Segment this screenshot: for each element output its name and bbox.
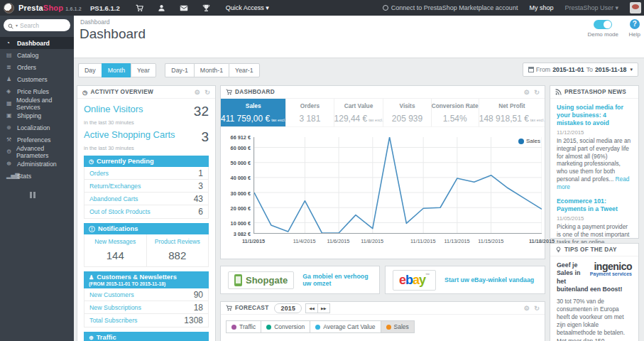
total-subscribers-link[interactable]: Total Subscribers bbox=[89, 317, 137, 324]
table-row: Abandoned Carts43 bbox=[84, 193, 208, 205]
previous-year-button[interactable]: ◀◀ bbox=[305, 303, 318, 313]
sidebar-item-dashboard[interactable]: ◔Dashboard bbox=[0, 37, 74, 49]
sidebar-item-customers[interactable]: ♟Customers bbox=[0, 73, 74, 85]
out-of-stock-link[interactable]: Out of Stock Products bbox=[89, 208, 151, 215]
sidebar-item-preferences[interactable]: ⚒Preferences bbox=[0, 134, 74, 146]
product-reviews-link[interactable]: Product Reviews bbox=[148, 238, 207, 245]
messages-icon[interactable] bbox=[180, 4, 188, 12]
pending-returns-link[interactable]: Return/Exchanges bbox=[89, 183, 141, 190]
kpi-visits[interactable]: Visits205 939 bbox=[383, 99, 431, 126]
breadcrumb[interactable]: Dashboard bbox=[80, 18, 110, 26]
user-avatar[interactable] bbox=[630, 2, 641, 13]
x-axis-tick: 11/1/2015 bbox=[242, 238, 265, 244]
y-axis-tick: 50 000 € bbox=[221, 160, 251, 166]
customer-icon[interactable] bbox=[158, 4, 165, 12]
sidebar-item-administration[interactable]: ☸Administration bbox=[0, 158, 74, 170]
sidebar-collapse-button[interactable] bbox=[30, 192, 74, 198]
sidebar-item-price-rules[interactable]: ◈Price Rules bbox=[0, 85, 74, 97]
forecast-avg-cart-value-button[interactable]: Average Cart Value bbox=[310, 320, 381, 333]
prestashop-admin: PrestaShop1.6.1.2 PS1.6.1.2 Quick Access… bbox=[0, 0, 644, 341]
panel-settings-icon[interactable]: ⚙ bbox=[195, 89, 200, 96]
demo-mode-toggle[interactable] bbox=[594, 20, 612, 29]
panel-title: DASHBOARD bbox=[235, 89, 275, 95]
shipping-icon: ▣ bbox=[6, 112, 17, 119]
kpi-cart-value[interactable]: Cart Value129,44 €tax excl. bbox=[334, 99, 384, 126]
sidebar-item-shipping[interactable]: ▣Shipping bbox=[0, 109, 74, 121]
new-messages-link[interactable]: New Messages bbox=[86, 238, 145, 245]
x-axis-tick: 11/8/2015 bbox=[361, 238, 383, 244]
clock-icon: ◷ bbox=[89, 158, 94, 165]
new-customers-link[interactable]: New Customers bbox=[89, 291, 134, 298]
sidebar-item-stats[interactable]: ▂▅▇Stats bbox=[0, 170, 74, 182]
online-visitors-sub: in the last 30 minutes bbox=[84, 119, 209, 126]
cart-icon[interactable] bbox=[136, 4, 143, 12]
search-scope-caret-icon[interactable]: ▾ bbox=[16, 23, 18, 28]
sidebar-search[interactable]: ▾ bbox=[4, 19, 70, 31]
range-year-1-button[interactable]: Year-1 bbox=[229, 63, 260, 77]
forecast-year-selector[interactable]: 2015 bbox=[274, 303, 302, 313]
kpi-conversion-rate[interactable]: Conversion Rate1.54% bbox=[432, 99, 479, 126]
sidebar-item-orders[interactable]: ≣Orders bbox=[0, 61, 74, 73]
sidebar-item-catalog[interactable]: ▤Catalog bbox=[0, 49, 74, 61]
online-visitors-link[interactable]: Online Visitors bbox=[84, 104, 143, 114]
product-reviews-cell: Product Reviews882 bbox=[146, 234, 209, 266]
sidebar-item-advanced-parameters[interactable]: ⚙Advanced Parameters bbox=[0, 146, 74, 158]
lightbulb-icon bbox=[555, 247, 562, 253]
shopgate-link[interactable]: Ga mobiel en verhoog uw omzet bbox=[302, 273, 372, 287]
range-day-1-button[interactable]: Day-1 bbox=[165, 63, 193, 77]
panel-title: PRESTASHOP NEWS bbox=[564, 89, 626, 95]
panel-refresh-icon[interactable]: ↻ bbox=[204, 89, 210, 96]
active-carts-link[interactable]: Active Shopping Carts bbox=[84, 129, 175, 140]
abandoned-carts-link[interactable]: Abandoned Carts bbox=[89, 195, 138, 202]
range-year-button[interactable]: Year bbox=[131, 63, 156, 77]
y-axis-tick: 10 000 € bbox=[221, 220, 251, 227]
marketplace-icon bbox=[383, 5, 388, 11]
marketplace-link[interactable]: Connect to PrestaShop Marketplace accoun… bbox=[383, 4, 518, 11]
currently-pending-header: ◷Currently Pending bbox=[84, 156, 209, 167]
search-input[interactable] bbox=[20, 22, 60, 29]
x-axis-tick: 11/15/2015 bbox=[478, 238, 503, 244]
trophy-icon[interactable] bbox=[202, 4, 210, 12]
kpi-sales[interactable]: Sales411 759,00 €tax excl. bbox=[221, 99, 286, 126]
dashboard-icon: ◔ bbox=[6, 40, 17, 46]
news-article-title[interactable]: Ecommerce 101: Payments in a Tweet bbox=[557, 197, 632, 213]
range-button-group-current: Day Month Year bbox=[78, 63, 156, 77]
avg-cart-value-dot bbox=[315, 325, 320, 330]
chevron-down-icon: ▾ bbox=[630, 67, 633, 72]
sidebar-item-modules[interactable]: ▦Modules and Services bbox=[0, 97, 74, 109]
conversion-dot bbox=[266, 325, 271, 330]
cart-icon bbox=[226, 89, 232, 95]
calendar-icon bbox=[528, 67, 534, 72]
my-shop-link[interactable]: My shop bbox=[529, 4, 553, 11]
panel-settings-icon[interactable]: ⚙ bbox=[524, 305, 530, 312]
online-visitors-value: 32 bbox=[194, 104, 209, 119]
ebay-link[interactable]: Start uw eBay-winkel vandaag bbox=[444, 276, 534, 283]
panel-refresh-icon[interactable]: ↻ bbox=[534, 89, 540, 96]
rss-icon bbox=[555, 89, 562, 95]
news-article-title[interactable]: Using social media for your business: 4 … bbox=[557, 104, 632, 127]
user-menu[interactable]: PrestaShop User ▾ bbox=[564, 4, 618, 11]
brand-wordmark[interactable]: PrestaShop1.6.1.2 bbox=[18, 4, 82, 12]
panel-refresh-icon[interactable]: ↻ bbox=[534, 305, 540, 312]
range-day-button[interactable]: Day bbox=[78, 63, 102, 77]
date-range-picker[interactable]: From2015-11-01 To2015-11-18 ▾ bbox=[523, 63, 638, 77]
new-subscriptions-link[interactable]: New Subscriptions bbox=[89, 304, 141, 311]
sidebar-item-localization[interactable]: ⊕Localization bbox=[0, 121, 74, 134]
administration-icon: ☸ bbox=[6, 161, 17, 167]
next-year-button[interactable]: ▶▶ bbox=[318, 303, 330, 313]
pending-orders-link[interactable]: Orders bbox=[89, 170, 109, 177]
forecast-traffic-button[interactable]: Traffic bbox=[226, 320, 261, 333]
forecast-conversion-button[interactable]: Conversion bbox=[261, 320, 310, 333]
help-button[interactable]: ? Help bbox=[629, 19, 640, 38]
kpi-net-profit[interactable]: Net Profit148 918,51 €tax excl. bbox=[479, 99, 545, 126]
kpi-orders[interactable]: Orders3 181 bbox=[286, 99, 334, 126]
ingenico-logo: ingenico Payment services bbox=[590, 261, 632, 277]
chart-plot-area bbox=[253, 137, 542, 234]
range-month-1-button[interactable]: Month-1 bbox=[194, 63, 229, 77]
dashboard-panel: DASHBOARD ⚙↻ Sales411 759,00 €tax excl. … bbox=[220, 85, 545, 259]
panel-settings-icon[interactable]: ⚙ bbox=[524, 89, 530, 96]
quick-access-menu[interactable]: Quick Access ▾ bbox=[226, 4, 269, 11]
range-month-button[interactable]: Month bbox=[102, 63, 131, 77]
phone-icon bbox=[234, 274, 242, 286]
forecast-sales-button[interactable]: Sales bbox=[381, 320, 415, 333]
